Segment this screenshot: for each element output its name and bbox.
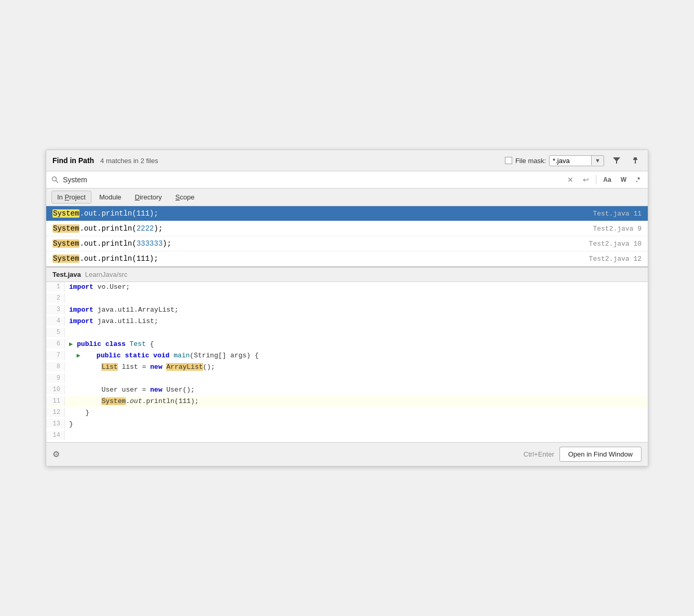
tabs-row: In Project Module Directory Scope — [46, 189, 648, 206]
find-in-path-panel: Find in Path 4 matches in 2 files File m… — [46, 150, 648, 466]
result-highlight: System — [52, 209, 79, 218]
gear-icon[interactable]: ⚙ — [52, 449, 60, 459]
search-icon — [51, 176, 59, 183]
code-line: 4 import java.util.List; — [46, 316, 648, 328]
svg-point-4 — [52, 177, 57, 181]
svg-line-5 — [56, 181, 59, 183]
preview-path: LearnJava/src — [85, 271, 128, 278]
tab-directory[interactable]: Directory — [129, 191, 168, 204]
result-highlight: System — [52, 255, 79, 263]
clear-search-button[interactable]: ✕ — [565, 175, 576, 185]
result-file-ref: Test2.java 10 — [589, 240, 642, 248]
result-match-text: System.out.println(333333); — [52, 239, 589, 248]
result-match-text: System.out.println(111); — [52, 209, 593, 218]
tab-module[interactable]: Module — [94, 191, 127, 204]
result-highlight: System — [52, 239, 79, 248]
pin-icon — [631, 156, 639, 165]
filter-button[interactable] — [610, 154, 623, 167]
result-row[interactable]: System.out.println(111); Test.java 11 — [46, 206, 648, 221]
code-line-highlighted: 11 System.out.println(111); — [46, 396, 648, 408]
result-file-ref: Test2.java 12 — [589, 255, 642, 263]
pin-button[interactable] — [629, 154, 642, 167]
preview-filename: Test.java — [52, 271, 81, 278]
search-input[interactable] — [63, 176, 560, 184]
preview-header: Test.java LearnJava/src — [46, 267, 648, 282]
footer-bar: ⚙ Ctrl+Enter Open in Find Window — [46, 442, 648, 466]
whole-word-button[interactable]: W — [618, 175, 629, 184]
result-row[interactable]: System.out.println(333333); Test2.java 1… — [46, 236, 648, 251]
result-match-text: System.out.println(111); — [52, 255, 589, 263]
code-line: 10 User user = new User(); — [46, 385, 648, 396]
result-row[interactable]: System.out.println(2222); Test2.java 9 — [46, 221, 648, 236]
match-count: 4 matches in 2 files — [100, 157, 158, 165]
result-highlight: System — [52, 224, 79, 233]
file-mask-checkbox[interactable] — [505, 157, 512, 164]
file-mask-label: File mask: — [515, 157, 546, 165]
regex-button[interactable]: .* — [633, 175, 643, 184]
code-line: 5 — [46, 328, 648, 339]
file-mask-input-wrap: ▼ — [549, 155, 604, 166]
tab-scope[interactable]: Scope — [170, 191, 201, 204]
file-mask-input[interactable] — [550, 156, 591, 166]
code-view: 1 import vo.User; 2 3 import java.util.A… — [46, 282, 648, 442]
code-line: 6 ▶ public class Test { — [46, 339, 648, 351]
panel-title: Find in Path — [52, 156, 94, 165]
preview-area: Test.java LearnJava/src 1 import vo.User… — [46, 267, 648, 442]
search-divider — [596, 175, 596, 184]
tab-in-project[interactable]: In Project — [51, 191, 91, 204]
case-sensitive-button[interactable]: Aa — [600, 175, 613, 184]
file-mask-group: File mask: ▼ — [505, 155, 604, 166]
search-bar: ✕ ↩ Aa W .* — [46, 171, 648, 189]
header-bar: Find in Path 4 matches in 2 files File m… — [46, 150, 648, 171]
code-line: 12 } — [46, 408, 648, 419]
undo-search-button[interactable]: ↩ — [580, 175, 592, 185]
code-line: 9 — [46, 373, 648, 385]
code-line: 1 import vo.User; — [46, 282, 648, 293]
result-file-ref: Test.java 11 — [593, 210, 642, 218]
code-line: 7 ▶ public static void main(String[] arg… — [46, 351, 648, 362]
code-line: 2 — [46, 293, 648, 305]
code-line: 14 — [46, 431, 648, 442]
result-file-ref: Test2.java 9 — [593, 225, 642, 233]
results-list: System.out.println(111); Test.java 11 Sy… — [46, 206, 648, 267]
footer-shortcut: Ctrl+Enter — [524, 450, 554, 458]
svg-rect-3 — [634, 157, 637, 160]
result-match-text: System.out.println(2222); — [52, 224, 593, 233]
filter-icon — [612, 156, 621, 165]
file-mask-dropdown[interactable]: ▼ — [591, 156, 604, 165]
code-line: 3 import java.util.ArrayList; — [46, 305, 648, 316]
open-find-window-button[interactable]: Open in Find Window — [559, 447, 642, 462]
svg-marker-0 — [613, 157, 620, 164]
code-line: 8 List list = new ArrayList(); — [46, 362, 648, 373]
result-row[interactable]: System.out.println(111); Test2.java 12 — [46, 251, 648, 266]
code-line: 13 } — [46, 419, 648, 431]
